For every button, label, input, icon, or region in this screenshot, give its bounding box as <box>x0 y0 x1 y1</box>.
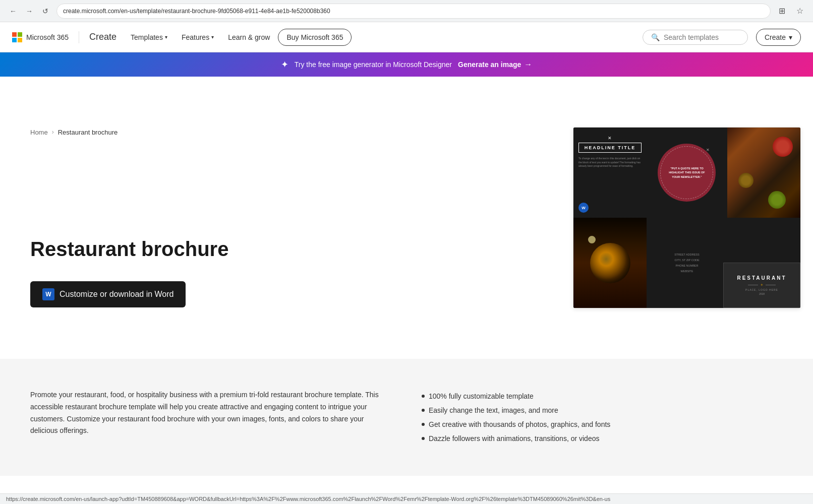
egg-yolk <box>588 236 596 243</box>
cross-top: ✕ <box>578 136 642 141</box>
feature-label-3: Get creative with thousands of photos, g… <box>429 420 610 428</box>
banner-text: Try the free image generator in Microsof… <box>295 60 452 69</box>
food-spices-image <box>727 128 800 218</box>
ms-logo-squares <box>12 32 22 42</box>
description-panel: Promote your restaurant, food, or hospit… <box>30 389 391 446</box>
ms-square-red <box>12 32 17 37</box>
address-block: STREET ADDRESS CITY, ST ZIP CODE PHONE N… <box>674 252 699 274</box>
banner-cta[interactable]: Generate an image → <box>458 60 532 69</box>
food-decoration-2 <box>738 173 753 188</box>
feature-label-1: 100% fully customizable template <box>429 392 534 400</box>
breadcrumb: Home › Restaurant brochure <box>30 129 531 136</box>
food-bowl-image <box>573 218 647 308</box>
ms-square-yellow <box>18 38 22 42</box>
bullet-icon-4 <box>422 437 425 440</box>
address-line-1: STREET ADDRESS <box>674 252 699 258</box>
feature-item-3: Get creative with thousands of photos, g… <box>422 417 783 431</box>
banner-cta-label: Generate an image <box>458 60 521 69</box>
create-btn-label: Create <box>765 33 786 41</box>
translate-icon[interactable]: ⊞ <box>775 4 789 18</box>
forward-button[interactable]: → <box>22 4 36 18</box>
main-content: Home › Restaurant brochure Restaurant br… <box>0 77 813 359</box>
learn-label: Learn & grow <box>228 33 270 41</box>
left-panel: Home › Restaurant brochure Restaurant br… <box>0 77 561 359</box>
banner-arrow-icon: → <box>524 60 532 69</box>
ms-square-blue <box>12 38 17 42</box>
template-preview: ✕ HEADLINE TITLE To change any of the te… <box>573 127 801 308</box>
ms365-label: Microsoft 365 <box>26 33 69 41</box>
brochure-panel-5: STREET ADDRESS CITY, ST ZIP CODE PHONE N… <box>647 218 727 308</box>
main-nav: Templates ▾ Features ▾ Learn & grow Buy … <box>125 29 634 46</box>
features-list: 100% fully customizable template Easily … <box>422 389 783 446</box>
templates-label: Templates <box>131 33 163 41</box>
feature-label-4: Dazzle followers with animations, transi… <box>429 434 599 443</box>
word-logo-bottom: W <box>578 203 589 213</box>
download-btn-label: Customize or download in Word <box>60 290 173 299</box>
create-chevron-icon: ▾ <box>789 33 792 41</box>
search-icon: 🔍 <box>651 33 660 41</box>
features-chevron: ▾ <box>211 34 214 40</box>
brochure-panel-4 <box>573 218 647 308</box>
page-title: Restaurant brochure <box>30 237 531 261</box>
quote-cross-icon: ✕ <box>706 148 710 152</box>
address-line-3: PHONE NUMBER <box>674 263 699 269</box>
quote-text: "PUT A QUOTE HERE TO HIGHLIGHT THIS ISSU… <box>665 166 709 179</box>
learn-nav[interactable]: Learn & grow <box>222 29 276 45</box>
create-label: Create <box>89 32 117 42</box>
templates-nav[interactable]: Templates ▾ <box>125 29 173 45</box>
feature-item-2: Easily change the text, images, and more <box>422 403 783 417</box>
food-decoration-1 <box>773 137 793 157</box>
quote-circle-container: ✕ "PUT A QUOTE HERE TO HIGHLIGHT THIS IS… <box>658 144 716 202</box>
features-panel: 100% fully customizable template Easily … <box>422 389 783 446</box>
brochure-panel-3-top <box>727 128 800 218</box>
buy-microsoft365-button[interactable]: Buy Microsoft 365 <box>278 29 352 46</box>
ms-square-green <box>18 32 22 37</box>
features-nav[interactable]: Features ▾ <box>176 29 220 45</box>
bullet-icon-2 <box>422 409 425 412</box>
search-box[interactable]: 🔍 <box>643 30 748 45</box>
brochure-panel-1: ✕ HEADLINE TITLE To change any of the te… <box>573 128 647 218</box>
ms365-logo[interactable]: Microsoft 365 <box>12 32 69 42</box>
right-panel: ✕ HEADLINE TITLE To change any of the te… <box>561 77 813 359</box>
quote-circle: ✕ "PUT A QUOTE HERE TO HIGHLIGHT THIS IS… <box>658 144 716 202</box>
url-text: create.microsoft.com/en-us/template/rest… <box>63 8 330 15</box>
bottom-section: Promote your restaurant, food, or hospit… <box>0 359 813 476</box>
refresh-button[interactable]: ↺ <box>38 4 52 18</box>
back-button[interactable]: ← <box>6 4 20 18</box>
food-decoration-3 <box>768 191 786 209</box>
nav-buttons: ← → ↺ <box>6 4 52 18</box>
restaurant-divider: ✦ <box>748 283 776 287</box>
bullet-icon-1 <box>422 395 425 398</box>
brochure-panel-2-top: ✕ "PUT A QUOTE HERE TO HIGHLIGHT THIS IS… <box>647 128 727 218</box>
food-bowl <box>590 243 630 283</box>
feature-item-4: Dazzle followers with animations, transi… <box>422 431 783 446</box>
header-divider <box>79 31 79 43</box>
restaurant-name: RESTAURANT <box>737 275 786 281</box>
breadcrumb-separator: › <box>52 129 54 136</box>
create-dropdown-button[interactable]: Create ▾ <box>756 29 801 46</box>
description-text: Promote your restaurant, food, or hospit… <box>30 389 391 437</box>
address-line-4: WEBSITE <box>674 269 699 274</box>
site-header: Microsoft 365 Create Templates ▾ Feature… <box>0 22 813 52</box>
feature-item-1: 100% fully customizable template <box>422 389 783 403</box>
search-input[interactable] <box>664 33 739 41</box>
feature-label-2: Easily change the text, images, and more <box>429 406 558 414</box>
features-label: Features <box>182 33 209 41</box>
promo-banner: ✦ Try the free image generator in Micros… <box>0 52 813 77</box>
restaurant-year: 2018 <box>759 292 765 295</box>
address-bar[interactable]: create.microsoft.com/en-us/template/rest… <box>56 4 771 19</box>
browser-chrome: ← → ↺ create.microsoft.com/en-us/templat… <box>0 0 813 22</box>
wand-icon: ✦ <box>281 59 288 70</box>
bullet-icon-3 <box>422 423 425 426</box>
breadcrumb-current: Restaurant brochure <box>58 129 118 136</box>
browser-actions: ⊞ ☆ <box>775 4 807 18</box>
brochure-body-text: To change any of the text in this docume… <box>578 157 642 168</box>
word-icon: W <box>42 288 54 300</box>
address-line-2: CITY, ST ZIP CODE <box>674 258 699 263</box>
restaurant-subtext: PLACE, LOGO HERE <box>745 288 778 291</box>
breadcrumb-home[interactable]: Home <box>30 129 48 136</box>
templates-chevron: ▾ <box>165 34 167 40</box>
restaurant-name-card: RESTAURANT ✦ PLACE, LOGO HERE 2018 <box>723 263 800 308</box>
bookmark-icon[interactable]: ☆ <box>793 4 807 18</box>
customize-download-button[interactable]: W Customize or download in Word <box>30 281 186 307</box>
